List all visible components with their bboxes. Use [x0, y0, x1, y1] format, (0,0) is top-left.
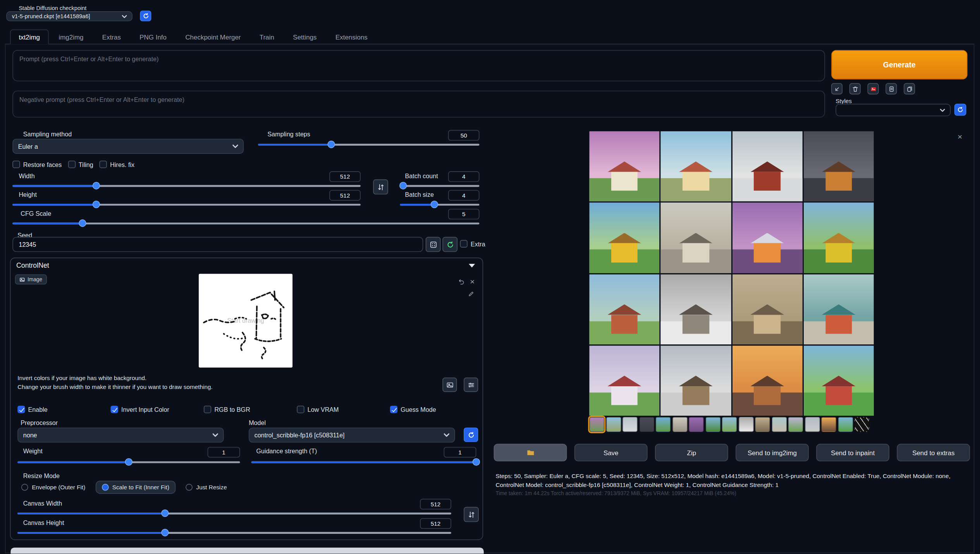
controlnet-drawing-canvas[interactable]: Start drawing [199, 274, 292, 368]
gallery-image-2[interactable] [661, 131, 731, 201]
controlnet-collapse-caret[interactable] [469, 264, 475, 268]
script-section-strip[interactable] [10, 547, 483, 554]
controlnet-weight-slider[interactable] [17, 458, 240, 466]
slider-knob[interactable] [161, 509, 168, 517]
gallery-image-11[interactable] [732, 274, 802, 344]
batch-size-value[interactable]: 4 [448, 190, 480, 201]
guidance-strength-value[interactable]: 1 [444, 447, 476, 458]
gallery-thumbnail-9[interactable] [722, 417, 737, 432]
gallery-image-14[interactable] [661, 346, 731, 416]
generate-button[interactable]: Generate [831, 50, 968, 79]
batch-count-value[interactable]: 4 [448, 171, 480, 182]
canvas-undo-icon[interactable] [458, 278, 465, 285]
width-slider[interactable] [12, 182, 361, 189]
width-value[interactable]: 512 [329, 171, 361, 182]
tab-train[interactable]: Train [251, 29, 283, 45]
gallery-image-1[interactable] [590, 131, 660, 201]
tab-png-info[interactable]: PNG Info [131, 29, 175, 45]
preprocessor-dropdown[interactable]: none [17, 428, 224, 443]
gallery-image-16[interactable] [804, 346, 874, 416]
open-output-folder-button[interactable] [494, 444, 567, 461]
clear-prompt-button[interactable] [849, 83, 861, 95]
gallery-image-12[interactable] [804, 274, 874, 344]
checkpoint-refresh-button[interactable] [140, 10, 151, 21]
radio-dot[interactable] [21, 484, 28, 491]
slider-knob[interactable] [92, 201, 100, 208]
gallery-image-15[interactable] [732, 346, 802, 416]
apply-style-button[interactable] [885, 83, 897, 95]
slider-knob[interactable] [399, 182, 407, 189]
cfg-scale-value[interactable]: 5 [448, 209, 480, 219]
gallery-image-4[interactable] [804, 131, 874, 201]
batch-count-slider[interactable] [400, 182, 480, 189]
guidance-strength-slider[interactable] [251, 458, 476, 466]
height-value[interactable]: 512 [329, 190, 361, 201]
slider-knob[interactable] [92, 182, 100, 189]
checkbox-box[interactable] [68, 161, 75, 168]
checkbox-box[interactable] [111, 406, 118, 413]
checkbox-low-vram[interactable]: Low VRAM [297, 406, 390, 413]
radio-dot[interactable] [186, 484, 193, 491]
batch-size-slider[interactable] [400, 201, 480, 208]
slider-knob[interactable] [79, 219, 86, 227]
canvas-width-value[interactable]: 512 [420, 499, 451, 509]
gallery-thumbnail-10[interactable] [738, 417, 753, 432]
gallery-image-7[interactable] [732, 203, 802, 273]
send-to-extras-button[interactable]: Send to extras [897, 444, 970, 461]
controlnet-model-refresh-button[interactable] [464, 428, 478, 442]
gallery-thumbnail-15[interactable] [821, 417, 836, 432]
brush-settings-button[interactable] [464, 378, 478, 392]
canvas-height-slider[interactable] [17, 529, 451, 536]
checkbox-box[interactable] [100, 161, 107, 168]
swap-canvas-dimensions-button[interactable] [464, 507, 479, 522]
tab-img2img[interactable]: img2img [50, 29, 92, 45]
checkpoint-dropdown[interactable]: v1-5-pruned.ckpt [e1441589a6] [6, 11, 132, 21]
send-to-inpaint-button[interactable]: Send to inpaint [816, 444, 889, 461]
checkbox-restore-faces[interactable]: Restore faces [12, 161, 62, 168]
reuse-seed-button[interactable] [442, 237, 457, 252]
gallery-thumbnail-scribble-map[interactable] [854, 417, 870, 432]
gallery-image-3[interactable] [732, 131, 802, 201]
canvas-width-slider[interactable] [17, 509, 451, 517]
gallery-image-8[interactable] [804, 203, 874, 273]
radio-scale-to-fit-inner-fit[interactable]: Scale to Fit (Inner Fit) [95, 481, 175, 494]
seed-input[interactable]: 12345 [12, 237, 423, 252]
checkbox-rgb-to-bgr[interactable]: RGB to BGR [204, 406, 297, 413]
negative-prompt-input[interactable] [12, 91, 825, 117]
checkbox-box[interactable] [297, 406, 304, 413]
tab-checkpoint-merger[interactable]: Checkpoint Merger [177, 29, 249, 45]
gallery-thumbnail-8[interactable] [705, 417, 720, 432]
gallery-close-icon[interactable]: × [958, 132, 962, 141]
radio-dot[interactable] [101, 484, 108, 491]
slider-knob[interactable] [327, 141, 335, 148]
sampling-steps-slider[interactable] [258, 141, 479, 148]
save-button[interactable]: Save [574, 444, 648, 461]
gallery-image-10[interactable] [661, 274, 731, 344]
gallery-thumbnail-16[interactable] [838, 417, 853, 432]
checkbox-guess-mode[interactable]: Guess Mode [390, 406, 483, 413]
gallery-image-9[interactable] [590, 274, 660, 344]
swap-dimensions-button[interactable] [373, 179, 388, 194]
tab-txt2img[interactable]: txt2img [10, 29, 49, 45]
slider-knob[interactable] [161, 529, 168, 536]
checkbox-box[interactable] [17, 406, 25, 413]
gallery-thumbnail-11[interactable] [755, 417, 770, 432]
gallery-thumbnail-6[interactable] [672, 417, 687, 432]
gallery-thumbnail-1[interactable] [590, 417, 605, 432]
gallery-thumbnail-4[interactable] [639, 417, 654, 432]
checkbox-box[interactable] [460, 240, 468, 248]
slider-knob[interactable] [430, 201, 438, 208]
canvas-height-value[interactable]: 512 [420, 518, 451, 529]
canvas-clear-icon[interactable]: × [470, 277, 475, 286]
gallery-thumbnail-12[interactable] [772, 417, 787, 432]
cfg-scale-slider[interactable] [12, 219, 479, 227]
gallery-thumbnail-2[interactable] [606, 417, 621, 432]
zip-button[interactable]: Zip [655, 444, 728, 461]
checkbox-invert-input-color[interactable]: Invert Input Color [111, 406, 204, 413]
canvas-pencil-icon[interactable] [468, 291, 475, 297]
gallery-thumbnail-3[interactable] [622, 417, 638, 432]
gallery-thumbnail-7[interactable] [689, 417, 704, 432]
checkbox-box[interactable] [12, 161, 20, 168]
save-style-button[interactable] [904, 83, 915, 95]
controlnet-model-dropdown[interactable]: control_scribble-fp16 [c508311e] [249, 428, 455, 443]
